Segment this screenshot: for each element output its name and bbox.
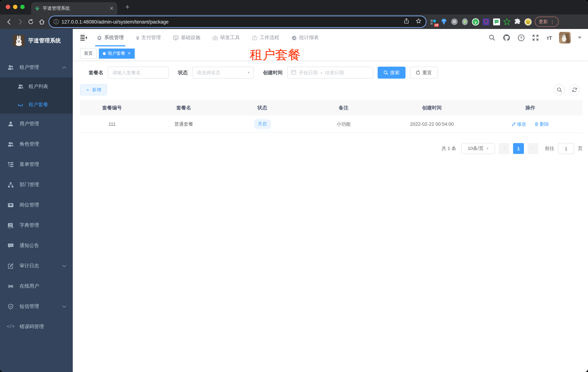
sidebar-logo[interactable]: 芋道管理系统 bbox=[0, 29, 73, 49]
sidebar-item-dept-management[interactable]: 部门管理 bbox=[0, 175, 73, 195]
user-avatar[interactable] bbox=[559, 32, 571, 43]
extension-oval-icon[interactable] bbox=[461, 18, 469, 26]
app-frame: 芋道管理系统 租户管理 租户列表 租户套餐 bbox=[0, 29, 588, 372]
nav-item-system[interactable]: 系统管理 bbox=[97, 29, 124, 46]
dashboard-icon bbox=[292, 35, 297, 40]
back-icon[interactable] bbox=[4, 16, 14, 27]
prev-page-button[interactable]: 〈 bbox=[499, 143, 509, 154]
sidebar-item-errorcode-management[interactable]: </> 错误码管理 bbox=[0, 317, 73, 337]
log-edit-icon bbox=[8, 263, 14, 269]
reload-icon[interactable] bbox=[25, 16, 36, 27]
sidebar-item-label: 通知公告 bbox=[20, 242, 66, 249]
close-window-button[interactable] bbox=[6, 5, 10, 9]
sidebar-item-online-users[interactable]: 在线用户 bbox=[0, 276, 73, 296]
nav-label: 工作流程 bbox=[260, 34, 279, 41]
chevron-down-icon bbox=[62, 264, 66, 268]
sidebar-item-audit-log[interactable]: 审计日志 bbox=[0, 256, 73, 276]
column-header: 套餐编号 bbox=[80, 105, 144, 111]
sidebar-item-dict-management[interactable]: 字典管理 bbox=[0, 215, 73, 235]
refresh-table-button[interactable] bbox=[569, 85, 580, 95]
extension-gem-icon[interactable] bbox=[440, 18, 448, 26]
search-icon[interactable] bbox=[489, 34, 496, 41]
page-size-select[interactable]: 10条/页 ▾ bbox=[461, 143, 495, 154]
dictionary-icon bbox=[8, 222, 14, 228]
date-range-picker[interactable]: 开始日期 - 结束日期 bbox=[287, 67, 373, 79]
tab-close-icon[interactable]: ✕ bbox=[110, 6, 114, 11]
share-icon[interactable] bbox=[404, 18, 409, 25]
page-content: 套餐名 状态 请选择状态 ▾ 创建时间 开始日期 - 结束日期 bbox=[73, 61, 588, 372]
user-group-icon bbox=[8, 141, 14, 147]
nav-item-payment[interactable]: ¥ 支付管理 bbox=[136, 29, 161, 46]
sidebar-item-label: 租户列表 bbox=[29, 83, 48, 90]
home-icon[interactable] bbox=[36, 16, 47, 27]
tag-tenant-package[interactable]: 租户套餐 ✕ bbox=[99, 48, 135, 58]
reset-button[interactable]: 重置 bbox=[410, 67, 438, 79]
sidebar-menu: 租户管理 租户列表 租户套餐 用户管理 bbox=[0, 57, 73, 337]
sidebar-item-tenant-package[interactable]: 租户套餐 bbox=[0, 96, 73, 114]
delete-link[interactable]: 删除 bbox=[534, 121, 549, 127]
toggle-search-button[interactable] bbox=[554, 85, 565, 95]
table-toolbar: ＋ 新增 bbox=[80, 85, 580, 95]
extension-chat-icon[interactable] bbox=[493, 18, 500, 26]
nav-item-workflow[interactable]: 工作流程 bbox=[252, 29, 279, 46]
extensions-puzzle-icon[interactable] bbox=[514, 18, 521, 26]
org-tree-icon bbox=[8, 182, 14, 188]
address-bar[interactable]: i 127.0.0.1:48080/admin-ui/system/tenant… bbox=[49, 16, 426, 27]
extension-y-icon[interactable]: y bbox=[472, 18, 479, 26]
browser-menu-icon[interactable]: ⋮ bbox=[550, 19, 555, 24]
page-number-1[interactable]: 1 bbox=[513, 143, 524, 154]
sidebar-item-user-management[interactable]: 用户管理 bbox=[0, 114, 73, 134]
sidebar-item-tenant-management[interactable]: 租户管理 bbox=[0, 57, 73, 77]
eye-closed-icon bbox=[17, 102, 23, 108]
browser-update-button[interactable]: 更新 ⋮ bbox=[535, 17, 559, 27]
top-navigation: 系统管理 ¥ 支付管理 基础设施 研发工具 bbox=[97, 29, 319, 46]
tag-close-icon[interactable]: ✕ bbox=[127, 51, 131, 56]
nav-item-devtools[interactable]: 研发工具 bbox=[213, 29, 240, 46]
sidebar-item-label: 短信管理 bbox=[20, 303, 56, 310]
date-end-placeholder: 结束日期 bbox=[325, 69, 344, 76]
zoom-window-button[interactable] bbox=[20, 5, 25, 9]
sidebar-item-tenant-list[interactable]: 租户列表 bbox=[0, 77, 73, 96]
extensions-row: 10 ⌘ y bbox=[430, 18, 532, 26]
extension-shield-icon[interactable] bbox=[482, 18, 490, 26]
tag-home[interactable]: 首页 bbox=[80, 48, 97, 58]
tag-label: 租户套餐 bbox=[108, 50, 125, 56]
minimize-window-button[interactable] bbox=[13, 5, 17, 9]
extension-star-icon[interactable] bbox=[503, 18, 511, 26]
font-size-icon[interactable]: тT bbox=[546, 35, 552, 41]
browser-chrome: 芋道管理系统 ✕ + i 127.0.0.1:48080/admin-ui/sy… bbox=[0, 0, 588, 29]
header-actions: ? тT bbox=[489, 32, 581, 43]
extension-command-icon[interactable]: ⌘ bbox=[451, 18, 458, 26]
app-title: 芋道管理系统 bbox=[28, 37, 61, 44]
pagination: 共 1 条 10条/页 ▾ 〈 1 〉 前往 页 bbox=[80, 143, 583, 154]
sidebar-item-role-management[interactable]: 角色管理 bbox=[0, 134, 73, 154]
nav-item-infra[interactable]: 基础设施 bbox=[173, 29, 200, 46]
sidebar-item-menu-management[interactable]: 菜单管理 bbox=[0, 154, 73, 175]
new-tab-button[interactable]: + bbox=[125, 3, 129, 11]
forward-icon[interactable] bbox=[14, 16, 25, 27]
browser-tab[interactable]: 芋道管理系统 ✕ bbox=[31, 2, 117, 14]
sidebar-item-label: 菜单管理 bbox=[20, 161, 66, 168]
sidebar-item-sms-management[interactable]: 短信管理 bbox=[0, 296, 73, 317]
extension-tabs-icon[interactable]: 10 bbox=[430, 18, 437, 26]
site-info-icon[interactable]: i bbox=[53, 19, 59, 24]
edit-link[interactable]: 修改 bbox=[511, 121, 526, 127]
bookmark-star-icon[interactable] bbox=[416, 18, 421, 25]
goto-page-input[interactable] bbox=[558, 143, 574, 154]
sidebar-collapse-icon[interactable] bbox=[79, 34, 87, 42]
avatar-caret-icon[interactable] bbox=[578, 37, 581, 39]
profile-avatar-icon[interactable] bbox=[524, 18, 532, 26]
search-button[interactable]: 搜索 bbox=[378, 67, 405, 79]
page-size-value: 10条/页 bbox=[468, 145, 483, 152]
next-page-button[interactable]: 〉 bbox=[527, 143, 538, 154]
fullscreen-icon[interactable] bbox=[532, 34, 539, 41]
sidebar-item-notice[interactable]: 通知公告 bbox=[0, 235, 73, 256]
sidebar-item-post-management[interactable]: 岗位管理 bbox=[0, 195, 73, 215]
help-icon[interactable]: ? bbox=[518, 34, 525, 41]
package-name-input[interactable] bbox=[108, 67, 168, 79]
nav-item-reports[interactable]: 统计报表 bbox=[292, 29, 319, 46]
url-text: 127.0.0.1:48080/admin-ui/system/tenant/p… bbox=[62, 19, 397, 24]
github-icon[interactable] bbox=[503, 34, 510, 41]
add-button[interactable]: ＋ 新增 bbox=[80, 85, 107, 95]
status-select[interactable]: 请选择状态 ▾ bbox=[192, 67, 254, 79]
